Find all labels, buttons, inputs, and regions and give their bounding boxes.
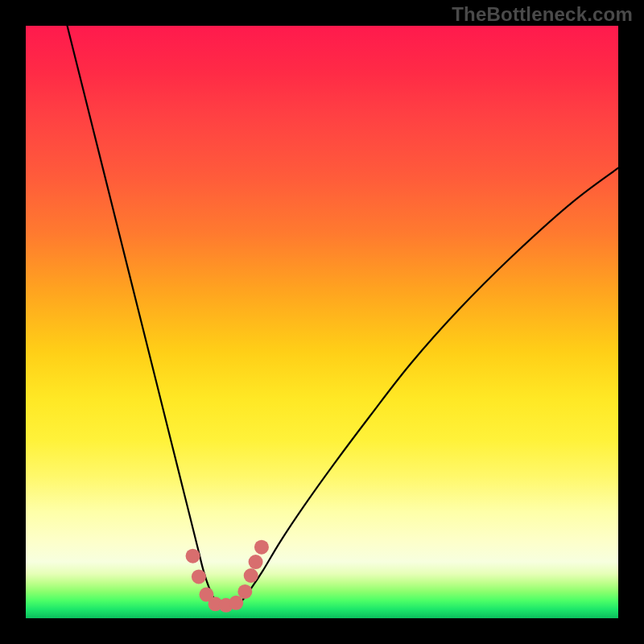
trough-marker [254,540,269,555]
trough-marker [186,549,200,564]
trough-marker [249,555,263,569]
trough-marker [229,596,243,610]
curve-layer [26,26,618,618]
trough-marker [244,568,258,583]
trough-marker [237,584,252,599]
watermark-text: TheBottleneck.com [452,3,633,26]
chart-frame: TheBottleneck.com [0,0,644,644]
trough-marker [192,569,206,584]
plot-area [26,26,618,618]
bottleneck-curve-path [68,26,618,607]
bottleneck-curve [68,26,618,607]
